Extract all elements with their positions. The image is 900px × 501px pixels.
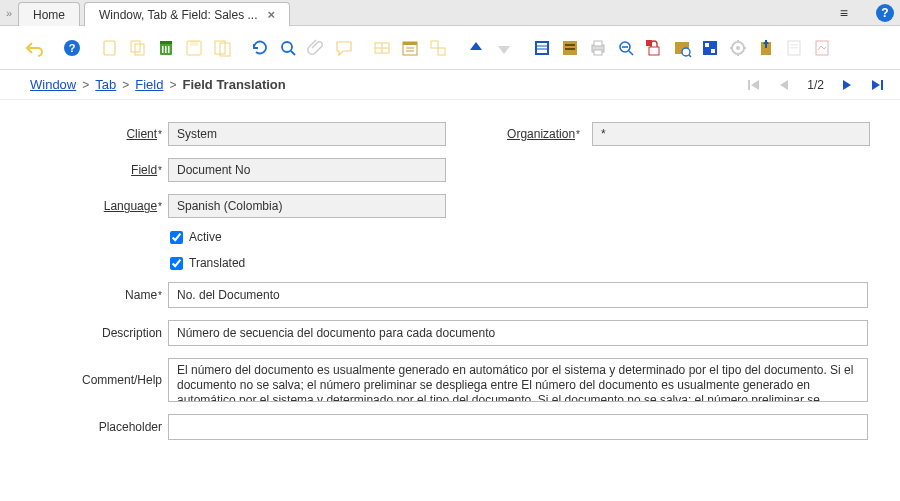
- comment-help-label: Comment/Help: [30, 373, 168, 387]
- svg-rect-11: [190, 41, 198, 46]
- export-icon[interactable]: [754, 36, 778, 60]
- calendar-icon[interactable]: [398, 36, 422, 60]
- import-icon[interactable]: [782, 36, 806, 60]
- search-icon[interactable]: [276, 36, 300, 60]
- breadcrumb-separator: >: [169, 78, 176, 92]
- svg-rect-30: [565, 44, 575, 46]
- save-new-icon[interactable]: [210, 36, 234, 60]
- last-record-icon[interactable]: [870, 78, 884, 92]
- toolbar: ?: [0, 26, 900, 70]
- parent-up-icon[interactable]: [464, 36, 488, 60]
- svg-text:?: ?: [69, 42, 76, 54]
- print-icon[interactable]: [586, 36, 610, 60]
- zoom-out-icon[interactable]: [614, 36, 638, 60]
- field-label: Field*: [30, 163, 168, 177]
- placeholder-input[interactable]: [168, 414, 868, 440]
- translated-checkbox-wrap[interactable]: Translated: [168, 256, 245, 270]
- client-field[interactable]: System: [168, 122, 446, 146]
- description-input[interactable]: [168, 320, 868, 346]
- tab-close-icon[interactable]: ×: [268, 7, 276, 22]
- chat-icon[interactable]: [332, 36, 356, 60]
- topbar-actions: ≡ ?: [840, 0, 900, 25]
- svg-rect-34: [594, 50, 602, 55]
- archive-icon[interactable]: [558, 36, 582, 60]
- expand-handle-icon[interactable]: »: [0, 0, 18, 25]
- grid-icon[interactable]: [370, 36, 394, 60]
- description-label: Description: [30, 326, 168, 340]
- report-icon[interactable]: [426, 36, 450, 60]
- svg-rect-33: [594, 41, 602, 46]
- svg-rect-2: [104, 41, 115, 55]
- help-icon[interactable]: ?: [876, 4, 894, 22]
- translated-checkbox[interactable]: [170, 257, 183, 270]
- organization-label: Organization*: [490, 127, 586, 141]
- comment-help-textarea[interactable]: [168, 358, 868, 402]
- client-label: Client*: [30, 127, 168, 141]
- tab-active-label: Window, Tab & Field: Sales ...: [99, 8, 258, 22]
- svg-rect-44: [705, 43, 709, 47]
- svg-rect-54: [790, 44, 798, 46]
- svg-line-15: [291, 51, 295, 55]
- active-label: Active: [189, 230, 222, 244]
- field-field[interactable]: Document No: [168, 158, 446, 182]
- refresh-icon[interactable]: [248, 36, 272, 60]
- form-icon[interactable]: [530, 36, 554, 60]
- svg-line-42: [689, 55, 691, 57]
- svg-rect-56: [816, 41, 828, 55]
- svg-rect-38: [649, 47, 659, 55]
- svg-rect-26: [537, 43, 547, 53]
- breadcrumb-current: Field Translation: [182, 77, 285, 92]
- breadcrumb-separator: >: [122, 78, 129, 92]
- svg-rect-58: [881, 80, 883, 90]
- top-tab-bar: » Home Window, Tab & Field: Sales ... × …: [0, 0, 900, 26]
- attachment-icon[interactable]: [304, 36, 328, 60]
- record-count: 1/2: [807, 78, 824, 92]
- svg-line-37: [629, 51, 633, 55]
- new-icon[interactable]: [98, 36, 122, 60]
- menu-icon[interactable]: ≡: [840, 5, 848, 21]
- tab-home[interactable]: Home: [18, 2, 80, 26]
- breadcrumb-window[interactable]: Window: [30, 77, 76, 92]
- svg-rect-6: [160, 41, 172, 44]
- language-label: Language*: [30, 199, 168, 213]
- name-input[interactable]: [168, 282, 868, 308]
- translated-label: Translated: [189, 256, 245, 270]
- svg-point-41: [682, 48, 690, 56]
- active-checkbox-wrap[interactable]: Active: [168, 230, 222, 244]
- prev-record-icon[interactable]: [777, 78, 791, 92]
- zoom-across-icon[interactable]: [670, 36, 694, 60]
- parent-down-icon[interactable]: [492, 36, 516, 60]
- workflow-icon[interactable]: [698, 36, 722, 60]
- next-record-icon[interactable]: [840, 78, 854, 92]
- help-toolbar-icon[interactable]: ?: [60, 36, 84, 60]
- svg-point-14: [282, 42, 292, 52]
- svg-rect-23: [431, 41, 438, 48]
- name-label: Name*: [30, 288, 168, 302]
- form: Client* System Organization* * Field* Do…: [0, 100, 900, 462]
- svg-rect-7: [162, 46, 164, 53]
- svg-rect-8: [165, 46, 167, 53]
- undo-icon[interactable]: [22, 36, 46, 60]
- delete-icon[interactable]: [154, 36, 178, 60]
- tab-active[interactable]: Window, Tab & Field: Sales ... ×: [84, 2, 290, 26]
- breadcrumb-field[interactable]: Field: [135, 77, 163, 92]
- svg-rect-57: [748, 80, 750, 90]
- process-icon[interactable]: [726, 36, 750, 60]
- svg-rect-31: [565, 48, 575, 50]
- first-record-icon[interactable]: [747, 78, 761, 92]
- svg-rect-39: [646, 40, 652, 46]
- active-checkbox[interactable]: [170, 231, 183, 244]
- language-field[interactable]: Spanish (Colombia): [168, 194, 446, 218]
- breadcrumb-separator: >: [82, 78, 89, 92]
- lock-icon[interactable]: [642, 36, 666, 60]
- tab-home-label: Home: [33, 8, 65, 22]
- svg-rect-20: [403, 42, 417, 45]
- svg-point-47: [736, 46, 740, 50]
- csv-import-icon[interactable]: [810, 36, 834, 60]
- copy-icon[interactable]: [126, 36, 150, 60]
- save-icon[interactable]: [182, 36, 206, 60]
- breadcrumb-tab[interactable]: Tab: [95, 77, 116, 92]
- organization-field[interactable]: *: [592, 122, 870, 146]
- placeholder-label: Placeholder: [30, 420, 168, 434]
- record-nav: 1/2: [747, 78, 890, 92]
